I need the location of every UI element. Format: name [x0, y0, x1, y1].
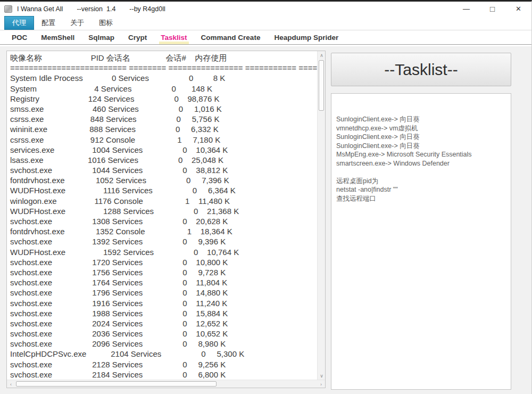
tasklist-button-label: --Tasklist--: [384, 61, 458, 79]
menu-item-label: 代理: [12, 18, 26, 28]
task-line: svchost.exe 1796 Services 0 14,880 K: [10, 288, 317, 298]
tab-tasklist[interactable]: Tasklist: [154, 30, 194, 44]
tab-memshell[interactable]: MemShell: [34, 30, 81, 44]
menu-item-about[interactable]: 关于: [63, 16, 92, 30]
task-line: csrss.exe 848 Services 0 5,756 K: [10, 114, 317, 124]
tab-sqlmap[interactable]: Sqlmap: [81, 30, 121, 44]
minimize-button[interactable]: —: [453, 2, 479, 16]
app-window: I Wanna Get All --version 1.4 --by R4gd0…: [0, 0, 532, 394]
task-line: System Idle Process 0 Services 0 8 K: [10, 73, 317, 83]
task-line: csrss.exe 912 Console 1 7,180 K: [10, 135, 317, 145]
task-line: svchost.exe 1044 Services 0 38,812 K: [10, 165, 317, 175]
menu-item-config[interactable]: 配置: [34, 16, 63, 30]
tab-label: POC: [12, 34, 27, 42]
menu-item-proxy[interactable]: 代理: [4, 16, 34, 30]
app-version: --version 1.4: [77, 5, 115, 13]
vertical-scrollbar[interactable]: ∧ ∨: [317, 51, 325, 380]
scroll-down-icon[interactable]: ∨: [318, 372, 326, 380]
tasklist-output-panel: 映像名称 PID 会话名 会话# 内存使用===================…: [6, 51, 326, 388]
menu-item-label: 图标: [99, 18, 113, 28]
minimize-icon: —: [463, 5, 470, 13]
scroll-left-icon[interactable]: ‹: [7, 380, 15, 388]
tab-heapdump-sprider[interactable]: Heapdump Sprider: [267, 30, 345, 44]
task-line: Registry 124 Services 0 98,876 K: [10, 94, 317, 104]
task-line: smss.exe 460 Services 0 1,016 K: [10, 104, 317, 114]
app-icon: [4, 5, 12, 13]
tasklist-button[interactable]: --Tasklist--: [331, 53, 511, 86]
tab-poc[interactable]: POC: [5, 30, 34, 44]
task-line: svchost.exe 1720 Services 0 10,800 K: [10, 257, 317, 267]
task-line: System 4 Services 0 148 K: [10, 84, 317, 94]
tab-crypt[interactable]: Crypt: [121, 30, 154, 44]
task-line: svchost.exe 1392 Services 0 9,396 K: [10, 236, 317, 247]
menu-bar: 代理 配置 关于 图标: [0, 16, 531, 30]
tab-bar: POC MemShell Sqlmap Crypt Tasklist Comma…: [0, 30, 531, 45]
task-line: svchost.exe 1764 Services 0 11,804 K: [10, 277, 317, 288]
tab-command-create[interactable]: Command Create: [194, 30, 268, 44]
maximize-button[interactable]: □: [479, 2, 505, 16]
task-line: svchost.exe 1916 Services 0 11,240 K: [10, 298, 317, 308]
tasklist-output[interactable]: 映像名称 PID 会话名 会话# 内存使用===================…: [7, 51, 317, 380]
process-notes-text: SunloginClient.exe-> 向日葵 vmnetdhcp.exe->…: [336, 115, 506, 203]
app-author: --by R4gd0ll: [129, 5, 165, 13]
task-line: svchost.exe 2036 Services 0 10,652 K: [10, 329, 317, 339]
window-controls: — □ ✕: [453, 2, 531, 16]
tab-label: Crypt: [128, 34, 147, 42]
tab-label: Heapdump Sprider: [274, 34, 338, 42]
app-title: I Wanna Get All: [17, 5, 63, 13]
close-button[interactable]: ✕: [505, 2, 531, 16]
task-line: svchost.exe 1308 Services 0 20,628 K: [10, 216, 317, 226]
menu-item-label: 配置: [41, 18, 55, 28]
close-icon: ✕: [516, 5, 521, 13]
horizontal-scrollbar[interactable]: ‹ ›: [7, 380, 325, 388]
task-line: services.exe 1004 Services 0 10,364 K: [10, 145, 317, 155]
task-line: wininit.exe 888 Services 0 6,332 K: [10, 124, 317, 134]
task-line: WUDFHost.exe 1116 Services 0 6,364 K: [10, 185, 317, 195]
scroll-right-icon[interactable]: ›: [317, 380, 325, 388]
task-line: IntelCpHDCPSvc.exe 2104 Services 0 5,300…: [10, 349, 317, 359]
menu-item-label: 关于: [70, 18, 84, 28]
task-line: svchost.exe 2184 Services 0 6,800 K: [10, 370, 317, 380]
task-line: 映像名称 PID 会话名 会话# 内存使用: [10, 53, 317, 63]
task-line: svchost.exe 1756 Services 0 9,728 K: [10, 267, 317, 277]
task-line: svchost.exe 1988 Services 0 15,884 K: [10, 308, 317, 318]
process-notes-box[interactable]: SunloginClient.exe-> 向日葵 vmnetdhcp.exe->…: [331, 93, 511, 390]
title-bar: I Wanna Get All --version 1.4 --by R4gd0…: [0, 2, 531, 16]
task-line: fontdrvhost.exe 1352 Console 1 18,364 K: [10, 226, 317, 236]
tab-label: Command Create: [201, 34, 261, 42]
task-line: svchost.exe 2024 Services 0 12,652 K: [10, 318, 317, 329]
task-line: ========================= ======== =====…: [10, 63, 317, 73]
task-line: WUDFHost.exe 1288 Services 0 21,368 K: [10, 206, 317, 216]
task-line: svchost.exe 2096 Services 0 8,980 K: [10, 339, 317, 349]
scroll-up-icon[interactable]: ∧: [318, 51, 326, 59]
vertical-scrollbar-thumb[interactable]: [319, 60, 324, 111]
main-area: 映像名称 PID 会话名 会话# 内存使用===================…: [0, 46, 531, 394]
task-line: WUDFHost.exe 1592 Services 0 10,764 K: [10, 247, 317, 257]
task-line: svchost.exe 2128 Services 0 9,256 K: [10, 359, 317, 370]
menu-item-icon[interactable]: 图标: [92, 16, 120, 30]
tab-label: Sqlmap: [88, 34, 114, 42]
maximize-icon: □: [490, 4, 495, 13]
task-line: winlogon.exe 1176 Console 1 11,480 K: [10, 196, 317, 206]
task-line: lsass.exe 1016 Services 0 25,048 K: [10, 155, 317, 165]
task-line: fontdrvhost.exe 1052 Services 0 7,396 K: [10, 175, 317, 185]
tab-label: MemShell: [41, 34, 74, 42]
horizontal-scrollbar-thumb[interactable]: [16, 381, 217, 387]
tab-label: Tasklist: [161, 34, 187, 42]
